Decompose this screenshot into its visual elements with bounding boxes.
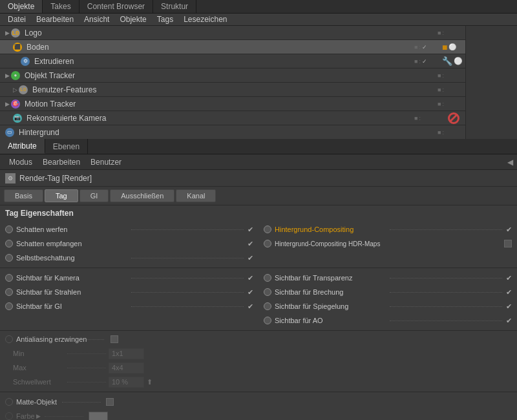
prop-vis-brechung: Sichtbar für Brechung ✔	[258, 285, 517, 299]
matte-checkbox[interactable]	[106, 398, 114, 406]
object-row[interactable]: 📷 Rekonstruierte Kamera ■ :	[0, 111, 465, 125]
menu-datei[interactable]: Datei	[3, 14, 31, 25]
prop-vis-spiegelung: Sichtbar für Spiegelung ✔	[258, 299, 517, 313]
prop-vis-transparenz: Sichtbar für Transparenz ✔	[258, 271, 517, 285]
attribute-panel: Attribute Ebenen Modus Bearbeiten Benutz…	[0, 139, 517, 420]
tab-btn-gi[interactable]: GI	[79, 189, 109, 202]
tab-btn-tag[interactable]: Tag	[45, 189, 78, 202]
prop-vis-gi: Sichtbar für GI ✔	[0, 299, 258, 313]
secondary-tab-bar: Attribute Ebenen	[0, 139, 517, 154]
radio-icon[interactable]	[5, 274, 13, 282]
render-tag-icon: ⚙	[5, 173, 16, 184]
prop-vis-strahlen: Sichtbar für Strahlen ✔	[0, 285, 258, 299]
object-row[interactable]: ⬛ Boden ■ : ✓ ■ ⚪	[0, 40, 465, 54]
prop-schatten-werfen: Schatten werfen ✔	[0, 222, 258, 236]
object-row[interactable]: ▶ 🎯 Motion Tracker ■ :	[0, 97, 465, 111]
min-input[interactable]	[109, 348, 144, 359]
tab-struktur[interactable]: Struktur	[153, 0, 196, 13]
tab-objekte[interactable]: Objekte	[0, 0, 43, 13]
radio-icon[interactable]	[5, 226, 13, 233]
render-tag-header: ⚙ Render-Tag [Render]	[0, 170, 517, 187]
prop-hintergrund-comp: Hintergrund-Compositing ✔	[258, 222, 517, 236]
object-row[interactable]: ▶ L0 Logo ■ :	[0, 26, 465, 40]
tab-content-browser[interactable]: Content Browser	[79, 0, 153, 13]
radio-antialiasing[interactable]	[5, 335, 13, 343]
schwellwert-input[interactable]	[109, 377, 144, 388]
object-row[interactable]: ▷ L0 Benutzer-Features ■ :	[0, 83, 465, 97]
properties-grid: Schatten werfen ✔ Schatten empfangen ✔ S…	[0, 221, 517, 266]
section-header: Tag Eigenschaften	[0, 205, 517, 221]
menu-lesezeichen[interactable]: Lesezeichen	[178, 14, 232, 25]
radio-icon[interactable]	[5, 302, 13, 310]
modus-menu[interactable]: Modus	[4, 156, 37, 168]
max-input[interactable]	[109, 362, 144, 373]
radio-icon[interactable]	[264, 317, 271, 324]
object-right-panel	[465, 26, 517, 139]
right-props: Hintergrund-Compositing ✔ Hintergrund-Co…	[258, 222, 517, 265]
tab-btn-ausschliessen[interactable]: Ausschließen	[110, 189, 174, 202]
menu-bearbeiten[interactable]: Bearbeiten	[31, 14, 79, 25]
radio-matte[interactable]	[5, 398, 13, 406]
bearbeiten-menu[interactable]: Bearbeiten	[37, 156, 85, 168]
radio-icon[interactable]	[264, 288, 271, 296]
matte-objekt-row: Matte-Objekt	[0, 395, 517, 409]
visibility-grid: Sichtbar für Kamera ✔ Sichtbar für Strah…	[0, 269, 517, 329]
main-layout: Objekte Takes Content Browser Struktur D…	[0, 0, 517, 420]
object-row[interactable]: ⚙ Extrudieren ■ : ✓ 🔧 ⚪	[0, 54, 465, 68]
object-list-area: ▶ L0 Logo ■ : ⬛ Boden ■ : ✓ ■	[0, 26, 517, 139]
radio-icon[interactable]	[264, 240, 271, 247]
menu-bar: Datei Bearbeiten Ansicht Objekte Tags Le…	[0, 14, 517, 26]
tab-attribute[interactable]: Attribute	[0, 139, 45, 154]
menu-objekte[interactable]: Objekte	[114, 14, 151, 25]
antialiasing-row: Antialiasing erzwingen	[0, 332, 517, 346]
modus-bar: Modus Bearbeiten Benutzer ◀	[0, 154, 517, 170]
menu-ansicht[interactable]: Ansicht	[79, 14, 114, 25]
collapse-icon[interactable]: ◀	[507, 158, 513, 167]
prop-vis-ao: Sichtbar für AO ✔	[258, 313, 517, 328]
prop-selbst: Selbstbeschattung ✔	[0, 251, 258, 265]
antialiasing-checkbox[interactable]	[111, 335, 118, 343]
menu-tags[interactable]: Tags	[152, 14, 178, 25]
tab-btn-kanal[interactable]: Kanal	[176, 189, 216, 202]
object-list: ▶ L0 Logo ■ : ⬛ Boden ■ : ✓ ■	[0, 26, 465, 139]
tab-ebenen[interactable]: Ebenen	[45, 139, 88, 154]
schwellwert-row: Schwellwert ⬆	[0, 375, 517, 389]
prop-schatten-empfangen: Schatten empfangen ✔	[0, 236, 258, 251]
min-row: Min	[0, 346, 517, 361]
render-tag-title: Render-Tag [Render]	[19, 174, 92, 183]
object-row[interactable]: ▭ Hintergrund ■ :	[0, 125, 465, 140]
color-swatch[interactable]	[89, 412, 108, 420]
max-row: Max	[0, 361, 517, 375]
prop-vis-kamera: Sichtbar für Kamera ✔	[0, 271, 258, 285]
benutzer-menu[interactable]: Benutzer	[85, 156, 127, 168]
prop-hintergrund-hdr: Hintergrund-Compositing HDR-Maps	[258, 236, 517, 251]
radio-icon[interactable]	[5, 240, 13, 247]
visibility-left: Sichtbar für Kamera ✔ Sichtbar für Strah…	[0, 271, 258, 328]
farbe-row: Farbe ▶	[0, 409, 517, 420]
radio-icon[interactable]	[5, 288, 13, 296]
tab-buttons: Basis Tag GI Ausschließen Kanal	[0, 187, 517, 205]
tab-takes[interactable]: Takes	[43, 0, 79, 13]
radio-icon[interactable]	[264, 302, 271, 310]
tab-btn-basis[interactable]: Basis	[4, 189, 43, 202]
radio-farbe[interactable]	[5, 412, 13, 420]
radio-icon[interactable]	[264, 226, 271, 233]
top-tab-bar: Objekte Takes Content Browser Struktur	[0, 0, 517, 14]
left-props: Schatten werfen ✔ Schatten empfangen ✔ S…	[0, 222, 258, 265]
visibility-right: Sichtbar für Transparenz ✔ Sichtbar für …	[258, 271, 517, 328]
checkbox[interactable]	[504, 240, 512, 247]
object-row[interactable]: ▶ ● Objekt Tracker ■ :	[0, 68, 465, 83]
radio-icon[interactable]	[264, 274, 271, 282]
radio-icon[interactable]	[5, 254, 13, 262]
